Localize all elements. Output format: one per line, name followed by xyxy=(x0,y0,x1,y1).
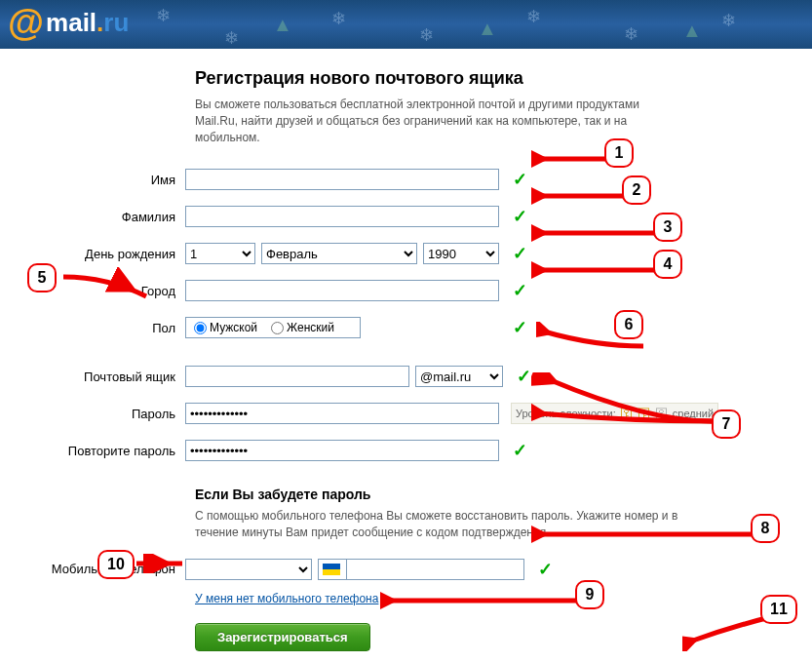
birthday-label: День рождения xyxy=(0,247,185,261)
mailbox-input[interactable] xyxy=(185,366,409,387)
logo[interactable]: @ mail . ru xyxy=(8,4,129,41)
phone-country-select[interactable] xyxy=(185,559,312,580)
logo-text-ru: ru xyxy=(103,10,129,35)
gender-male-option[interactable]: Мужской xyxy=(194,321,257,334)
check-icon: ✓ xyxy=(513,280,527,301)
page-subtitle: Вы сможете пользоваться бесплатной элект… xyxy=(195,97,682,145)
name-input[interactable] xyxy=(185,169,499,190)
logo-text-mail: mail xyxy=(46,10,97,35)
key-icon: ⚿ xyxy=(638,406,651,421)
key-icon: ⚿ xyxy=(620,406,634,421)
recovery-heading: Если Вы забудете пароль xyxy=(195,487,812,502)
password-input[interactable] xyxy=(185,403,499,424)
flag-ua-icon xyxy=(323,564,340,575)
check-icon: ✓ xyxy=(513,206,527,227)
surname-input[interactable] xyxy=(185,206,499,227)
gender-female-option[interactable]: Женский xyxy=(271,321,334,334)
password-strength: Уровень сложности: ⚿ ⚿ ⚿ средний xyxy=(511,403,718,424)
gender-male-radio[interactable] xyxy=(194,322,207,334)
check-icon: ✓ xyxy=(513,169,527,190)
password2-label: Повторите пароль xyxy=(0,444,185,458)
logo-text-dot: . xyxy=(97,10,103,35)
city-input[interactable] xyxy=(185,280,499,301)
birthday-month-select[interactable]: Февраль xyxy=(261,243,417,264)
app-header: ❄ ❄ ❄ ❄ ❄ ❄ ❄ ▲ ▲ ▲ @ mail . ru xyxy=(0,0,812,49)
surname-label: Фамилия xyxy=(0,210,185,224)
password2-input[interactable] xyxy=(185,440,499,461)
birthday-year-select[interactable]: 1990 xyxy=(423,243,499,264)
domain-select[interactable]: @mail.ru xyxy=(415,366,503,387)
check-icon: ✓ xyxy=(517,366,531,387)
check-icon: ✓ xyxy=(513,317,527,338)
gender-radio-group: Мужской Женский xyxy=(185,317,361,338)
check-icon: ✓ xyxy=(513,440,527,461)
phone-input[interactable] xyxy=(346,560,523,579)
mailbox-label: Почтовый ящик xyxy=(0,370,185,384)
recovery-text: С помощью мобильного телефона Вы сможете… xyxy=(195,508,702,541)
register-button[interactable]: Зарегистрироваться xyxy=(195,623,370,651)
no-phone-link[interactable]: У меня нет мобильного телефона xyxy=(195,592,378,605)
gender-label: Пол xyxy=(0,321,185,335)
page-title: Регистрация нового почтового ящика xyxy=(195,68,812,89)
gender-female-radio[interactable] xyxy=(271,322,284,334)
city-label: Город xyxy=(0,284,185,298)
name-label: Имя xyxy=(0,173,185,187)
logo-at-icon: @ xyxy=(8,4,44,41)
password-label: Пароль xyxy=(0,407,185,421)
annotation-bubble: 8 xyxy=(751,514,780,543)
birthday-day-select[interactable]: 1 xyxy=(185,243,255,264)
key-icon: ⚿ xyxy=(655,406,669,421)
check-icon: ✓ xyxy=(538,559,553,580)
check-icon: ✓ xyxy=(513,243,527,264)
phone-label: Мобильный телефон xyxy=(0,562,185,576)
